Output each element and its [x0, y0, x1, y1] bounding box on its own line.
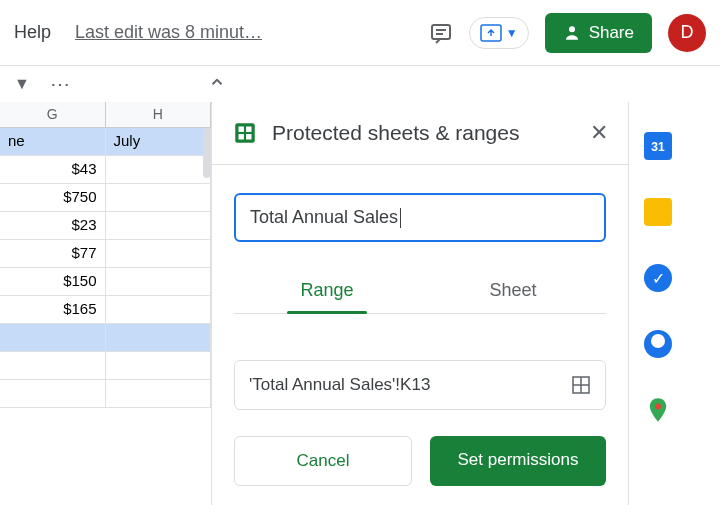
table-row[interactable]: $150	[0, 268, 211, 296]
cell[interactable]	[106, 324, 212, 351]
cell[interactable]	[106, 268, 212, 295]
cell[interactable]	[106, 156, 212, 183]
chevron-down-icon: ▼	[506, 26, 518, 40]
svg-rect-7	[246, 127, 251, 132]
cell[interactable]	[106, 240, 212, 267]
set-permissions-button[interactable]: Set permissions	[430, 436, 606, 486]
table-row[interactable]: $43	[0, 156, 211, 184]
share-button[interactable]: Share	[545, 13, 652, 53]
cell[interactable]	[106, 184, 212, 211]
protected-ranges-panel: Protected sheets & ranges ✕ Total Annual…	[211, 102, 629, 505]
toolbar-dropdown[interactable]: ▼	[10, 71, 34, 97]
table-row[interactable]: $165	[0, 296, 211, 324]
column-header-h[interactable]: H	[106, 102, 212, 127]
scrollbar[interactable]	[203, 128, 211, 178]
help-menu[interactable]: Help	[14, 22, 51, 43]
cell[interactable]: $150	[0, 268, 106, 295]
tab-range[interactable]: Range	[234, 270, 420, 313]
cancel-button[interactable]: Cancel	[234, 436, 412, 486]
table-row[interactable]	[0, 352, 211, 380]
svg-point-4	[569, 26, 575, 32]
svg-rect-8	[239, 134, 244, 139]
present-button[interactable]: ▼	[469, 17, 529, 49]
calendar-icon[interactable]	[644, 132, 672, 160]
keep-icon[interactable]	[644, 198, 672, 226]
svg-rect-9	[246, 134, 251, 139]
cell[interactable]: $43	[0, 156, 106, 183]
select-range-icon[interactable]	[571, 375, 591, 395]
range-input[interactable]: 'Total Annual Sales'!K13	[234, 360, 606, 410]
svg-rect-5	[235, 123, 255, 143]
panel-title: Protected sheets & ranges	[272, 121, 576, 145]
table-row[interactable]	[0, 324, 211, 352]
close-icon[interactable]: ✕	[590, 120, 608, 146]
cell[interactable]	[0, 380, 106, 407]
contacts-icon[interactable]	[644, 330, 672, 358]
share-label: Share	[589, 23, 634, 43]
table-row[interactable]	[0, 380, 211, 408]
svg-rect-0	[432, 25, 450, 39]
sheets-icon	[232, 120, 258, 146]
table-row[interactable]: $23	[0, 212, 211, 240]
cell[interactable]	[106, 352, 212, 379]
maps-icon[interactable]	[644, 396, 672, 424]
comment-history-icon[interactable]	[429, 21, 453, 45]
table-row[interactable]: ne July	[0, 128, 211, 156]
cell[interactable]: $750	[0, 184, 106, 211]
table-row[interactable]: $77	[0, 240, 211, 268]
collapse-toolbar-icon[interactable]	[208, 73, 226, 96]
cell[interactable]: $77	[0, 240, 106, 267]
edit-status-link[interactable]: Last edit was 8 minut…	[75, 22, 262, 43]
tasks-icon[interactable]	[644, 264, 672, 292]
toolbar-more-icon[interactable]: ⋯	[50, 72, 72, 96]
description-input[interactable]: Total Annual Sales	[234, 193, 606, 242]
range-value: 'Total Annual Sales'!K13	[249, 375, 430, 395]
table-row[interactable]: $750	[0, 184, 211, 212]
cell[interactable]	[0, 324, 106, 351]
text-cursor	[400, 208, 401, 228]
svg-rect-6	[239, 127, 244, 132]
cell[interactable]: $23	[0, 212, 106, 239]
account-avatar[interactable]: D	[668, 14, 706, 52]
side-panel	[629, 102, 687, 505]
cell[interactable]	[0, 352, 106, 379]
cell[interactable]	[106, 212, 212, 239]
cell[interactable]: ne	[0, 128, 106, 155]
cell[interactable]: $165	[0, 296, 106, 323]
tab-sheet[interactable]: Sheet	[420, 270, 606, 313]
svg-point-13	[655, 404, 661, 410]
column-header-g[interactable]: G	[0, 102, 106, 127]
cell[interactable]	[106, 296, 212, 323]
spreadsheet-grid[interactable]: G H ne July $43 $750 $23 $77 $150 $165	[0, 102, 211, 505]
cell[interactable]	[106, 380, 212, 407]
cell[interactable]: July	[106, 128, 212, 155]
